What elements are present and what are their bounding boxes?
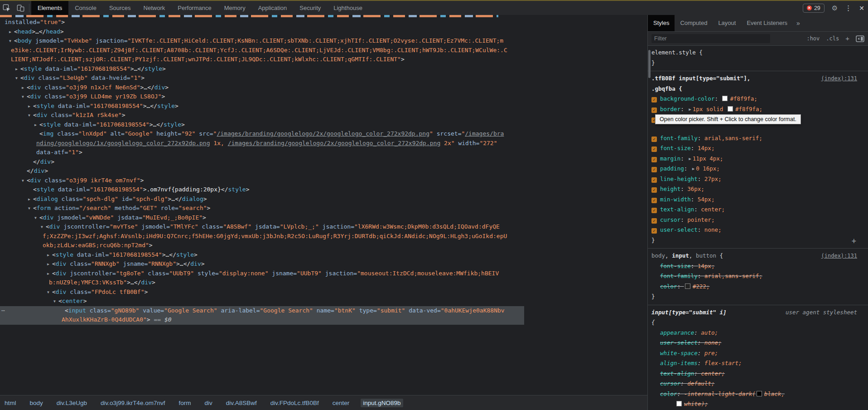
property-checkbox[interactable]: ✓ <box>651 137 657 142</box>
dom-tree-row[interactable]: ▼<form action="/search" method="GET" rol… <box>0 204 524 213</box>
color-swatch[interactable] <box>676 401 682 406</box>
css-property-row[interactable]: ✓text-align: center; <box>651 205 868 215</box>
rule-selector[interactable]: input[type="submit" i]user agent stylesh… <box>651 308 868 318</box>
dom-tree-row[interactable]: ▶<dialog class="spch-dlg" id="spch-dlg">… <box>0 195 524 204</box>
css-property-row[interactable]: font-family: arial,sans-serif; <box>651 271 868 282</box>
dom-tree-row[interactable]: <style data-iml="1617068198554">.om7nvf{… <box>0 185 524 195</box>
collapse-arrow-icon[interactable]: ▼ <box>34 214 39 223</box>
expand-shorthand-icon[interactable]: ▶ <box>689 107 691 112</box>
css-property-row[interactable]: ✓background-color: #f8f9fa; <box>651 94 868 104</box>
sidebar-tab-computed[interactable]: Computed <box>675 15 713 31</box>
collapse-arrow-icon[interactable]: ▼ <box>28 111 33 120</box>
dom-tree-row[interactable]: AhXuxlkKHaZrB-0Q4dUDCA0"> == $0 <box>0 315 524 325</box>
css-property-row[interactable]: cursor: default; <box>651 379 868 389</box>
dom-tree-row[interactable]: <img class="lnXdpd" alt="Google" height=… <box>0 129 524 139</box>
property-checkbox[interactable]: ✓ <box>651 228 657 234</box>
property-checkbox[interactable]: ✓ <box>651 146 657 152</box>
stylesheet-link[interactable]: (index):131 <box>821 251 857 261</box>
expand-shorthand-icon[interactable]: ▶ <box>689 156 691 161</box>
tab-performance[interactable]: Performance <box>171 1 217 15</box>
property-checkbox[interactable]: ✓ <box>651 167 657 172</box>
css-property-row[interactable]: ✓padding: ▶0 16px; <box>651 164 868 174</box>
breadcrumb-item[interactable]: center <box>333 400 350 406</box>
css-property-row[interactable]: ✓user-select: none; <box>651 225 868 235</box>
collapse-arrow-icon[interactable]: ▼ <box>28 204 33 213</box>
filter-input[interactable]: Filter <box>651 34 770 43</box>
breadcrumb-item[interactable]: div.FPdoLc.tfB0Bf <box>270 400 319 406</box>
color-swatch[interactable] <box>685 283 690 289</box>
more-menu-icon[interactable]: ⋮ <box>845 4 852 12</box>
sidebar-tab-styles[interactable]: Styles <box>648 15 675 31</box>
css-property-row[interactable]: appearance: auto; <box>651 328 868 338</box>
property-checkbox[interactable]: ✓ <box>651 208 657 213</box>
collapse-arrow-icon[interactable]: ▼ <box>41 223 46 232</box>
resource-link[interactable]: /images/bra <box>465 130 504 137</box>
property-checkbox[interactable]: ✓ <box>651 157 657 162</box>
sidebar-tab-layout[interactable]: Layout <box>713 15 741 31</box>
collapse-arrow-icon[interactable]: ▼ <box>15 74 20 83</box>
resource-link[interactable]: /images/branding/googlelogo/2x/googlelog… <box>217 130 429 137</box>
dom-tree-row[interactable]: ▼<div jscontroller="mvYTse" jsmodel="TMl… <box>0 222 524 232</box>
collapse-arrow-icon[interactable]: ▼ <box>47 288 52 297</box>
expand-arrow-icon[interactable]: ▶ <box>34 121 39 130</box>
css-property-row[interactable]: align-items: flex-start; <box>651 358 868 369</box>
dom-tree-row[interactable]: ▶<div class="o3j99 n1xJcf Ne6nSd">…</div… <box>0 83 524 93</box>
color-swatch[interactable] <box>757 391 762 396</box>
rule-selector[interactable]: .tfB0Bf input[type="submit"],(index):131 <box>651 73 868 84</box>
expand-arrow-icon[interactable]: ▶ <box>22 83 27 93</box>
css-property-row[interactable]: font-size: 14px; <box>651 261 868 272</box>
tab-security[interactable]: Security <box>293 1 327 15</box>
dom-tree-row[interactable]: </div> <box>0 166 524 176</box>
css-property-row[interactable]: color: -internal-light-dark(black, <box>651 389 868 400</box>
dom-tree-row[interactable]: ▼<div class="FPdoLc tfB0Bf"> <box>0 288 524 297</box>
css-property-row[interactable]: ✓height: 36px; <box>651 184 868 195</box>
collapse-arrow-icon[interactable]: ▼ <box>9 37 14 46</box>
dom-tree-row[interactable]: ▼<div class="L3eUgb" data-hveid="1"> <box>0 73 524 83</box>
breadcrumb-item[interactable]: div.L3eUgb <box>57 400 87 406</box>
property-checkbox[interactable]: ✓ <box>651 107 657 113</box>
expand-arrow-icon[interactable]: ▶ <box>28 195 33 204</box>
sidebar-tab-event-listeners[interactable]: Event Listeners <box>741 15 793 31</box>
rule-selector[interactable]: body, input, button {(index):131 <box>651 251 868 261</box>
breadcrumb-item[interactable]: input.gNO89b <box>361 399 403 407</box>
breadcrumb-item[interactable]: div.o3j99.ikrT4e.om7nvf <box>101 400 165 406</box>
tab-sources[interactable]: Sources <box>103 1 137 15</box>
breadcrumb-item[interactable]: form <box>178 400 191 406</box>
dom-tree-row[interactable]: ▶<style data-iml="1617068198554">…</styl… <box>0 64 524 74</box>
color-swatch[interactable] <box>722 96 728 101</box>
css-property-row[interactable]: user-select: none; <box>651 338 868 348</box>
dom-tree-row[interactable]: installed="true"> <box>0 18 524 27</box>
dom-tree-row[interactable]: ▼<center> <box>0 297 524 306</box>
expand-arrow-icon[interactable]: ▶ <box>9 28 14 37</box>
inspect-icon[interactable] <box>0 1 14 15</box>
property-checkbox[interactable]: ✓ <box>651 218 657 224</box>
resource-link[interactable]: nding/googlelogo/1x/googlelogo_color_272… <box>36 140 210 146</box>
breadcrumb-item[interactable]: body <box>30 400 43 406</box>
dom-tree-row[interactable]: ▶<style data-iml="1617068198554">…</styl… <box>0 102 524 111</box>
gear-icon[interactable]: ⚙ <box>832 4 838 12</box>
style-row[interactable]: element.style { <box>651 48 868 58</box>
breadcrumb-item[interactable]: html <box>5 400 16 406</box>
dom-tree-row[interactable]: ▼<body jsmodel="TvHxbe" jsaction="IVKTfe… <box>0 36 524 46</box>
device-toolbar-icon[interactable] <box>14 1 27 15</box>
element-class-toggle[interactable]: .cls <box>826 35 839 42</box>
expand-arrow-icon[interactable]: ▶ <box>28 102 33 111</box>
dom-tree-row[interactable]: ▶<div jscontroller="tg8oTe" class="UUbT9… <box>0 269 524 278</box>
dom-tree-row[interactable]: ▼<div jsmodel="vWNDde" jsdata="MuIEvd;_;… <box>0 213 524 223</box>
dom-tree-row[interactable]: data-atf="1"> <box>0 148 524 157</box>
dom-tree-row[interactable]: ▶<style data-iml="1617068198554">…</styl… <box>0 120 524 130</box>
expand-arrow-icon[interactable]: ▶ <box>47 269 52 278</box>
collapse-arrow-icon[interactable]: ▼ <box>22 176 27 185</box>
css-property-row[interactable]: color: #222; <box>651 282 868 292</box>
css-property-row[interactable]: ✓font-size: 14px; <box>651 143 868 154</box>
expand-arrow-icon[interactable]: ▶ <box>47 251 52 260</box>
toggle-sidebar-icon[interactable] <box>856 35 864 42</box>
close-icon[interactable]: ✕ <box>859 5 864 12</box>
css-property-row[interactable]: ✓min-width: 54px; <box>651 195 868 205</box>
css-property-row[interactable]: ✓font-family: arial,sans-serif; <box>651 133 868 144</box>
breadcrumb-item[interactable]: div <box>204 400 212 406</box>
dom-tree-row[interactable]: ▶<style data-iml="1617068198554">…</styl… <box>0 250 524 260</box>
dom-tree-row[interactable]: okb;zLdLw:eaGBS;rcuQ6b:npT2md"> <box>0 241 524 250</box>
css-property-row[interactable]: ✓cursor: pointer; <box>651 215 868 225</box>
dom-tree-row[interactable]: ⋯<input class="gNO89b" value="Google Sea… <box>0 306 524 316</box>
